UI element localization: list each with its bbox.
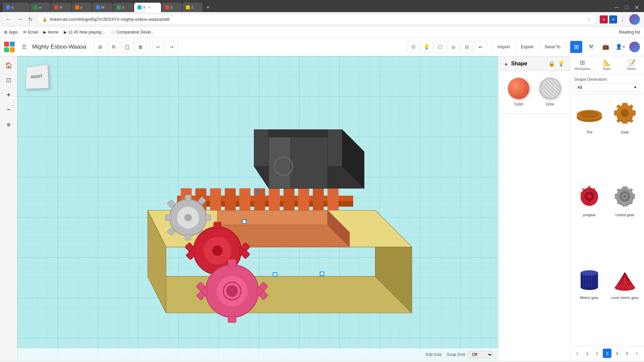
settings-icon[interactable]: ⋮ bbox=[619, 15, 627, 24]
home-bookmark[interactable]: ▶ Home bbox=[43, 30, 58, 35]
browser-tab[interactable]: w bbox=[30, 3, 50, 12]
reading-list-button[interactable]: Reading list bbox=[619, 30, 640, 35]
email-bookmark[interactable]: ✉ Email bbox=[23, 30, 38, 35]
send-to-button[interactable]: Send To bbox=[539, 42, 566, 52]
shape-item-gear[interactable]: Gear bbox=[608, 97, 641, 177]
page-3-button[interactable]: 3 bbox=[603, 349, 611, 358]
right-panel-tabs: ⊞ Workplane 📐 Ruler 📝 Notes bbox=[570, 56, 644, 74]
edit-grid-button[interactable]: Edit Grid bbox=[426, 352, 441, 357]
camera-icon-btn[interactable]: ⊙ bbox=[407, 41, 419, 53]
tinkercad-logo[interactable] bbox=[3, 40, 16, 54]
hole-option[interactable]: Hole bbox=[539, 78, 561, 107]
address-bar[interactable]: 🔒 tinkercad.com/things/6q2Vc50S3YX-might… bbox=[37, 14, 597, 25]
browser-tab[interactable]: N bbox=[51, 3, 71, 12]
paste-button[interactable]: 📋 bbox=[121, 41, 133, 53]
shape-gen-select[interactable]: All ▼ bbox=[574, 83, 640, 92]
svg-rect-14 bbox=[298, 188, 309, 210]
fit-view-button[interactable]: ⊡ bbox=[2, 74, 15, 86]
shape-options: Solid Hole bbox=[498, 71, 570, 114]
snap-grid-select[interactable]: Off 0.1mm 0.5mm 1mm bbox=[468, 351, 493, 358]
svg-point-80 bbox=[621, 109, 629, 117]
minimize-button[interactable]: ─ bbox=[612, 3, 621, 12]
new-tab-button[interactable]: + bbox=[203, 3, 213, 12]
metric-gear-label: Metric gear bbox=[580, 296, 598, 300]
tab-ruler[interactable]: 📐 Ruler bbox=[595, 56, 619, 74]
code-view-icon[interactable]: ⚒ bbox=[585, 41, 597, 53]
reload-button[interactable]: ↻ bbox=[27, 15, 34, 24]
gear-thumbnail bbox=[610, 99, 640, 129]
browser-tab[interactable]: M bbox=[93, 3, 113, 12]
close-button[interactable]: ✕ bbox=[632, 3, 641, 12]
page-4-button[interactable]: 4 bbox=[613, 349, 622, 358]
lock-icon[interactable]: 🔒 bbox=[548, 60, 555, 67]
forward-button[interactable]: → bbox=[15, 14, 24, 24]
browser-tab[interactable]: d bbox=[182, 3, 203, 12]
shape-item-tire[interactable]: Tire bbox=[573, 97, 606, 177]
svg-rect-58 bbox=[228, 259, 236, 266]
maximize-button[interactable]: □ bbox=[622, 3, 631, 12]
light-icon-btn[interactable]: 💡 bbox=[421, 41, 433, 53]
copy-button[interactable]: ⧉ bbox=[108, 41, 120, 53]
profile-avatar[interactable] bbox=[629, 14, 640, 25]
wireframe-icon-btn[interactable]: ◎ bbox=[447, 41, 460, 53]
shape-icon-btn[interactable]: ⬡ bbox=[434, 41, 446, 53]
grid-view-icon[interactable]: ⊞ bbox=[570, 41, 582, 53]
url-text: tinkercad.com/things/6q2Vc50S3YX-mighty-… bbox=[50, 17, 169, 22]
svg-point-27 bbox=[278, 161, 289, 172]
shape-item-progear[interactable]: progear bbox=[573, 180, 606, 260]
shape-panel: ▲ Shape 🔒 💡 Solid Hole bbox=[498, 56, 570, 361]
star-icon[interactable]: ☆ bbox=[587, 16, 591, 22]
orientation-cube[interactable]: RIGHT bbox=[23, 63, 50, 90]
layout-icon-btn[interactable]: ⊟ bbox=[461, 41, 473, 53]
extension-icon[interactable]: ● bbox=[600, 15, 608, 23]
scene-svg bbox=[17, 56, 498, 361]
undo-button[interactable]: ↩ bbox=[152, 41, 164, 53]
browser-tab[interactable]: p bbox=[72, 3, 92, 12]
next-page-button[interactable]: › bbox=[633, 349, 641, 358]
svg-rect-73 bbox=[622, 120, 628, 124]
mirror-icon-btn[interactable]: ⇔ bbox=[474, 41, 486, 53]
import-button[interactable]: Import bbox=[492, 42, 516, 52]
svg-rect-37 bbox=[205, 215, 211, 221]
svg-point-117 bbox=[615, 285, 635, 291]
page-5-button[interactable]: 5 bbox=[623, 349, 632, 358]
svg-rect-16 bbox=[327, 188, 338, 210]
page-2-button[interactable]: 2 bbox=[593, 349, 601, 358]
shape-item-metric-gear[interactable]: Metric gear bbox=[573, 263, 606, 343]
tab-workplane[interactable]: ⊞ Workplane bbox=[570, 56, 595, 74]
orbit-button[interactable]: ⊕ bbox=[2, 118, 15, 131]
home-view-button[interactable]: 🏠 bbox=[2, 59, 15, 72]
redo-button[interactable]: ↪ bbox=[166, 41, 178, 53]
apps-bookmark[interactable]: ⊞ Apps bbox=[4, 30, 18, 35]
page-1-button[interactable]: 1 bbox=[583, 349, 592, 358]
briefcase-icon[interactable]: 💼 bbox=[600, 41, 612, 53]
browser-tab[interactable]: d bbox=[3, 3, 30, 12]
delete-button[interactable]: 🗑 bbox=[135, 41, 147, 53]
solid-option[interactable]: Solid bbox=[508, 78, 529, 107]
export-button[interactable]: Export bbox=[516, 42, 539, 52]
svg-rect-72 bbox=[622, 103, 628, 106]
svg-rect-36 bbox=[185, 235, 191, 241]
svg-rect-25 bbox=[269, 130, 327, 137]
comparative-bookmark[interactable]: 📄 Comparative Devel... bbox=[110, 30, 154, 35]
user-avatar[interactable] bbox=[629, 42, 640, 52]
browser-tab[interactable]: S bbox=[162, 3, 182, 12]
back-button[interactable]: ← bbox=[4, 14, 13, 24]
zoom-in-button[interactable]: + bbox=[2, 88, 15, 101]
lightbulb-icon[interactable]: 💡 bbox=[558, 60, 565, 67]
viewport[interactable]: RIGHT Edit Grid Snap Grid Off 0.1mm 0.5m… bbox=[17, 56, 498, 361]
prev-page-button[interactable]: ‹ bbox=[573, 349, 582, 358]
browser-tab[interactable]: d bbox=[113, 3, 133, 12]
new-shape-button[interactable]: ⊞ bbox=[94, 41, 106, 53]
shape-item-useful-gear[interactable]: Useful gear bbox=[608, 180, 641, 260]
zoom-out-button[interactable]: − bbox=[2, 103, 15, 116]
tab-notes[interactable]: 📝 Notes bbox=[620, 56, 644, 74]
extension-icon[interactable]: ● bbox=[609, 15, 617, 23]
menu-icon[interactable]: ☰ bbox=[19, 42, 30, 52]
collapse-arrow[interactable]: ▲ bbox=[504, 61, 508, 66]
add-user-icon[interactable]: 👤+ bbox=[614, 41, 627, 53]
now-playing-bookmark[interactable]: ▶ 11:45 Now playing... bbox=[64, 30, 105, 35]
browser-tab-active[interactable]: X ✕ bbox=[134, 3, 161, 12]
shape-item-cone-metric-gear[interactable]: cone metric gear bbox=[608, 263, 641, 343]
svg-rect-23 bbox=[269, 133, 291, 188]
